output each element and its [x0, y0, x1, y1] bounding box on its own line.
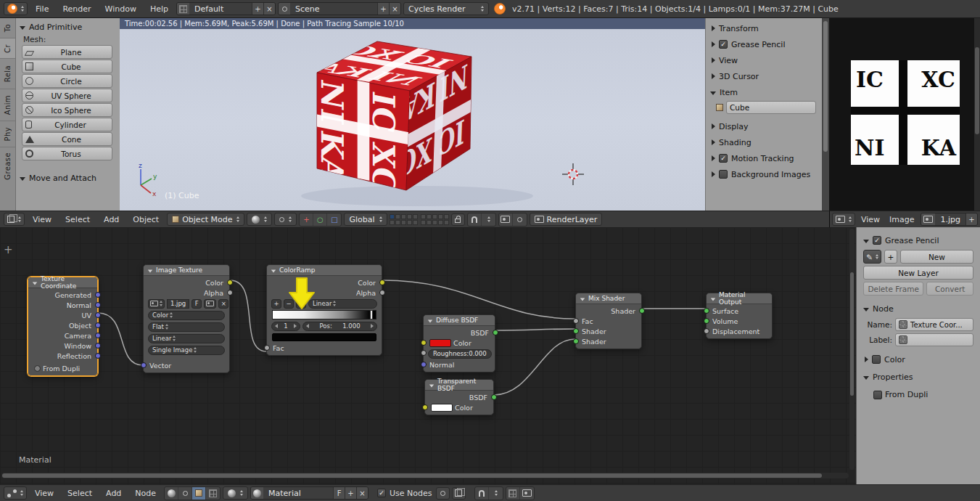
- browse-image-button[interactable]: [148, 299, 165, 309]
- menu-render[interactable]: Render: [57, 1, 96, 17]
- close-layout-button[interactable]: ×: [263, 3, 275, 15]
- node-header[interactable]: Image Texture: [144, 265, 229, 276]
- layer-cell[interactable]: [390, 214, 395, 219]
- viewport-shading-select[interactable]: [247, 213, 272, 226]
- menu-add[interactable]: Add: [100, 485, 127, 501]
- layer-cell[interactable]: [444, 220, 449, 225]
- node-editor[interactable]: + Texture Coordinate Generated Normal UV…: [0, 227, 856, 484]
- scrollbar-thumb[interactable]: [823, 21, 828, 152]
- tab-tools[interactable]: To: [0, 18, 15, 38]
- tab-create[interactable]: Cr: [0, 38, 15, 59]
- screen-layout-name[interactable]: Default: [189, 3, 252, 15]
- unlink-material-button[interactable]: ×: [356, 487, 368, 499]
- active-stop-color-swatch[interactable]: [272, 333, 376, 341]
- menu-view[interactable]: View: [857, 211, 884, 228]
- node-name-field[interactable]: Texture Coor...: [895, 318, 973, 331]
- node-diffuse-bsdf[interactable]: Diffuse BSDF BSDF Color Roughness:0.000 …: [423, 314, 495, 372]
- output-socket-object[interactable]: [95, 322, 101, 328]
- input-socket-displacement[interactable]: [704, 328, 709, 334]
- output-socket-generated[interactable]: [95, 292, 101, 298]
- add-scene-button[interactable]: +: [377, 3, 389, 15]
- input-socket-volume[interactable]: [704, 318, 709, 324]
- menu-window[interactable]: Window: [99, 1, 142, 17]
- source-select[interactable]: Single Image: [148, 346, 225, 355]
- go-to-parent-node-button[interactable]: [452, 487, 466, 500]
- copy-nodes-icon[interactable]: [506, 487, 520, 500]
- input-socket-shader-2[interactable]: [573, 338, 579, 344]
- shader-slot-icon[interactable]: [206, 487, 220, 500]
- properties-panel-header[interactable]: Properties: [863, 370, 973, 384]
- input-socket-fac[interactable]: [264, 345, 270, 351]
- color-ramp-gradient[interactable]: [272, 310, 376, 319]
- fake-user-button[interactable]: F: [333, 487, 345, 499]
- from-dupli-checkbox[interactable]: [873, 391, 882, 399]
- menu-view[interactable]: View: [27, 211, 57, 228]
- layer-cell[interactable]: [407, 220, 412, 225]
- node-editor-vscrollbar[interactable]: [849, 229, 855, 470]
- translate-manipulator-icon[interactable]: +: [300, 213, 313, 226]
- panel-motion-tracking[interactable]: ✓ Motion Tracking: [706, 150, 822, 166]
- node-header[interactable]: Mix Shader: [576, 293, 641, 304]
- tab-grease-pencil[interactable]: Grease: [0, 147, 15, 185]
- output-socket-shader[interactable]: [639, 308, 645, 314]
- grease-pencil-checkbox[interactable]: ✓: [873, 236, 881, 245]
- add-circle-button[interactable]: Circle: [22, 74, 112, 88]
- layer-cell[interactable]: [421, 220, 426, 225]
- grease-pencil-add-button[interactable]: +: [884, 250, 897, 264]
- material-name[interactable]: Material: [263, 487, 333, 499]
- output-socket-camera[interactable]: [95, 333, 101, 338]
- stepper-right-icon[interactable]: [371, 324, 374, 328]
- add-plane-button[interactable]: Plane: [22, 45, 112, 59]
- opengl-render-icon[interactable]: [499, 213, 513, 226]
- image-editor[interactable]: IC XC NI KA: [829, 18, 980, 211]
- new-grease-pencil-button[interactable]: New: [900, 250, 973, 264]
- delete-stop-button[interactable]: −: [284, 299, 294, 309]
- add-material-button[interactable]: +: [345, 487, 356, 499]
- transparent-color-swatch[interactable]: [431, 404, 453, 412]
- node-label-field[interactable]: [895, 333, 973, 346]
- add-cube-button[interactable]: Cube: [22, 60, 112, 73]
- input-socket-color[interactable]: [422, 404, 428, 410]
- stepper-left-icon[interactable]: [275, 324, 278, 328]
- input-socket-color[interactable]: [421, 340, 427, 346]
- layer-cell[interactable]: [432, 214, 437, 219]
- output-socket-reflection[interactable]: [95, 353, 101, 359]
- layer-cell[interactable]: [427, 214, 432, 219]
- node-mix-shader[interactable]: Mix Shader Shader Fac Shader Shader: [575, 293, 642, 349]
- color-panel-header[interactable]: Color: [863, 352, 973, 367]
- layer-cell[interactable]: [395, 214, 400, 219]
- stop-position-stepper[interactable]: Pos:1.000: [302, 322, 377, 331]
- background-images-checkbox[interactable]: [719, 170, 728, 179]
- output-socket-alpha[interactable]: [227, 290, 233, 296]
- menu-file[interactable]: File: [30, 1, 54, 17]
- output-socket-color[interactable]: [379, 280, 385, 285]
- editor-type-button-image[interactable]: [832, 213, 855, 226]
- layer-cell[interactable]: [432, 220, 437, 225]
- output-socket-color[interactable]: [227, 280, 233, 285]
- node-header[interactable]: Transparent BSDF: [425, 380, 493, 391]
- add-torus-button[interactable]: Torus: [22, 147, 112, 160]
- convert-button[interactable]: Convert: [926, 282, 973, 296]
- custom-color-checkbox[interactable]: [872, 355, 881, 364]
- paste-nodes-icon[interactable]: [520, 487, 534, 500]
- add-uv-sphere-button[interactable]: UV Sphere: [22, 89, 112, 102]
- output-socket-uv[interactable]: [95, 312, 101, 318]
- editor-type-button-3dview[interactable]: [4, 213, 25, 226]
- panel-transform[interactable]: Transform: [706, 20, 822, 36]
- snap-mode-select[interactable]: [489, 487, 503, 500]
- grease-pencil-draw-button[interactable]: ✎: [863, 250, 881, 264]
- layer-cell[interactable]: [390, 220, 395, 225]
- node-material-output[interactable]: Material Output Surface Volume Displacem…: [706, 293, 773, 339]
- n-panel-scrollbar[interactable]: [822, 18, 829, 211]
- input-socket-roughness[interactable]: [421, 350, 427, 356]
- node-texture-coordinate[interactable]: Texture Coordinate Generated Normal UV O…: [28, 277, 98, 376]
- node-color-ramp[interactable]: ColorRamp Color Alpha + − ↔ Linear 1 Pos…: [266, 264, 382, 356]
- output-socket-alpha[interactable]: [379, 290, 385, 296]
- layer-buttons[interactable]: [390, 214, 449, 225]
- snap-element-select[interactable]: [482, 213, 495, 226]
- panel-grease-pencil[interactable]: ✓ Grease Pencil: [706, 36, 822, 52]
- browse-scenes-button[interactable]: [279, 3, 290, 15]
- new-layer-button[interactable]: New Layer: [863, 266, 973, 280]
- lock-to-scene-button[interactable]: [451, 213, 465, 226]
- delete-frame-button[interactable]: Delete Frame: [863, 282, 923, 296]
